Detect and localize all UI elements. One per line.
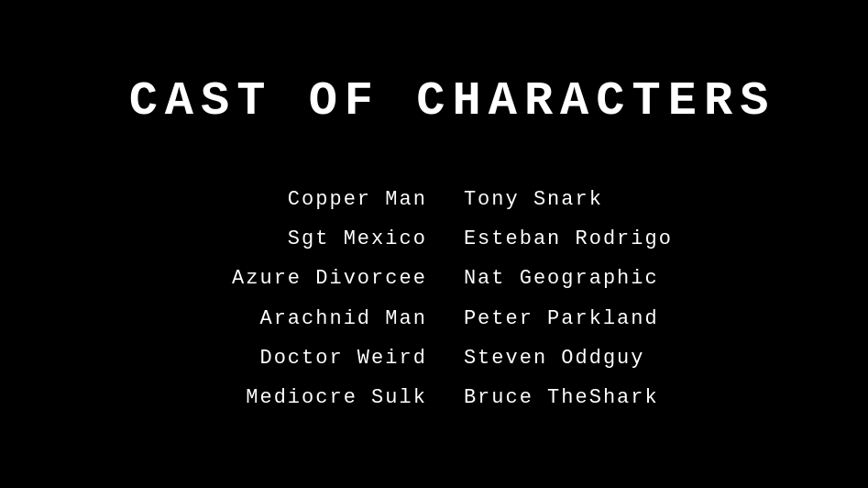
actor-name: Steven Oddguy <box>464 342 645 374</box>
actor-name: Nat Geographic <box>464 262 659 294</box>
page-title: CAST OF CHARACTERS <box>129 74 776 128</box>
actor-name: Bruce TheShark <box>464 382 659 414</box>
actors-column: Tony SnarkEsteban RodrigoNat GeographicP… <box>464 183 673 414</box>
actor-name: Esteban Rodrigo <box>464 223 673 255</box>
character-name: Copper Man <box>288 183 427 216</box>
character-name: Sgt Mexico <box>288 223 427 255</box>
character-name: Azure Divorcee <box>232 262 427 294</box>
actor-name: Tony Snark <box>464 183 603 216</box>
actor-name: Peter Parkland <box>464 303 659 335</box>
character-name: Arachnid Man <box>259 303 426 335</box>
character-name: Mediocre Sulk <box>246 382 427 414</box>
characters-column: Copper ManSgt MexicoAzure DivorceeArachn… <box>232 183 427 414</box>
cast-table: Copper ManSgt MexicoAzure DivorceeArachn… <box>232 183 673 414</box>
main-container: CAST OF CHARACTERS Copper ManSgt MexicoA… <box>0 0 868 488</box>
character-name: Doctor Weird <box>259 342 426 374</box>
